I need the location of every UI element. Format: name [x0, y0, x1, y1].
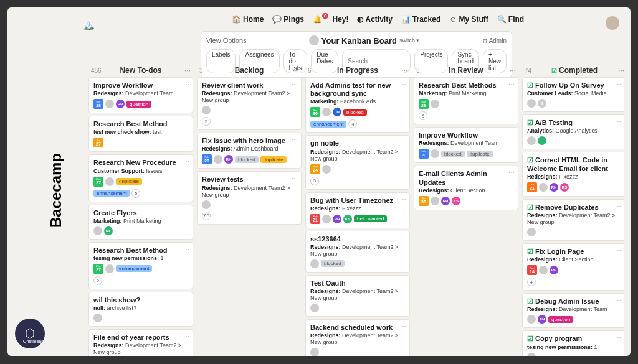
user-avatar[interactable] — [606, 16, 619, 30]
admin-link[interactable]: ⚙ Admin — [482, 37, 507, 44]
nav-home[interactable]: 🏠Home — [232, 15, 264, 24]
view-options[interactable]: View Options — [206, 37, 247, 44]
assignee-avatar[interactable] — [527, 228, 536, 236]
tag[interactable]: enhancement — [310, 121, 346, 128]
nav-mystuff[interactable]: ☺My Stuff — [449, 15, 488, 24]
assignee-avatar[interactable]: KS — [452, 197, 460, 205]
card[interactable]: ⋯☑ A/B TestingAnalytics: Google Analytic… — [522, 114, 624, 149]
card[interactable]: ⋯Create FlyersMarketing: Print Marketing… — [88, 205, 193, 240]
tag[interactable]: enhancement — [116, 265, 152, 272]
card-menu-icon[interactable]: ⋯ — [617, 81, 623, 88]
assignee-avatar[interactable]: RH — [441, 197, 450, 205]
card[interactable]: ⋯Backend scheduled workRedesigns: Develo… — [305, 319, 410, 356]
assignee-avatar[interactable] — [431, 149, 439, 158]
card[interactable]: ⋯Fix issue with hero imageRedesigns: Adm… — [197, 133, 302, 169]
assignee-avatar[interactable]: RH — [550, 183, 558, 192]
card[interactable]: ⋯wil this show?null: archive list? — [88, 292, 193, 327]
nav-hey[interactable]: 🔔8Hey! — [313, 15, 348, 24]
card-menu-icon[interactable]: ⋯ — [183, 158, 189, 165]
tag[interactable]: enhancement — [93, 190, 130, 197]
column-menu-icon[interactable]: ⋯ — [510, 67, 516, 74]
column-menu-icon[interactable]: ⋯ — [618, 67, 624, 74]
assignee-avatar[interactable]: RH — [333, 215, 341, 223]
column-menu-icon[interactable]: ⋯ — [401, 67, 407, 74]
card-menu-icon[interactable]: ⋯ — [508, 169, 515, 176]
assignee-avatar[interactable] — [431, 100, 439, 108]
card-menu-icon[interactable]: ⋯ — [400, 323, 406, 330]
card[interactable]: ⋯Research Best Methodtesing new permissi… — [88, 242, 193, 289]
assignee-avatar[interactable] — [93, 314, 102, 322]
card[interactable]: ⋯Review client workRedesigns: Developmen… — [197, 77, 302, 130]
card-menu-icon[interactable]: ⋯ — [617, 156, 623, 162]
card[interactable]: ⋯Bug with User TimezonezRedesigns: Fixez… — [305, 192, 410, 228]
nav-tracked[interactable]: 📊Tracked — [401, 15, 440, 24]
tag[interactable]: blocked — [441, 151, 465, 157]
card-menu-icon[interactable]: ⋯ — [617, 334, 623, 341]
card[interactable]: ⋯☑ Debug Admin IssueRedesigns: Developme… — [522, 293, 624, 328]
tag[interactable]: help wanted — [354, 215, 387, 222]
assignee-avatar[interactable]: RH — [550, 266, 558, 274]
assignee-avatar[interactable] — [527, 136, 536, 145]
tag[interactable]: blocked — [321, 260, 345, 267]
assignee-avatar[interactable] — [431, 197, 439, 205]
card[interactable]: ⋯☑ Correct HTML Code in Welcome Email fo… — [522, 152, 624, 196]
card-menu-icon[interactable]: ⋯ — [400, 196, 406, 203]
assignee-avatar[interactable]: RH — [224, 155, 233, 164]
assignee-avatar[interactable] — [538, 136, 546, 145]
assignee-avatar[interactable]: KS — [343, 215, 352, 223]
assignee-avatar[interactable]: JN — [333, 108, 341, 116]
card[interactable]: ⋯Research Best Methodtest new check show… — [88, 116, 193, 152]
nav-find[interactable]: 🔍Find — [497, 15, 524, 24]
card-menu-icon[interactable]: ⋯ — [508, 81, 515, 88]
tag[interactable]: blocked — [343, 109, 367, 116]
assignee-avatar[interactable]: KS — [560, 183, 569, 192]
tag[interactable]: duplicate — [467, 151, 493, 157]
card[interactable]: ⋯Improve WorkflowRedesigns: Development … — [414, 127, 518, 163]
card-menu-icon[interactable]: ⋯ — [400, 235, 406, 241]
card-menu-icon[interactable]: ⋯ — [292, 81, 298, 88]
assignee-avatar[interactable] — [310, 259, 319, 268]
card[interactable]: ⋯ss123664Redesigns: Development Team2 >N… — [305, 231, 410, 273]
card-menu-icon[interactable]: ⋯ — [617, 297, 623, 304]
assignee-avatar[interactable] — [310, 348, 319, 356]
card[interactable]: ⋯Test OauthRedesigns: Development Team2 … — [305, 275, 410, 317]
assignee-avatar[interactable] — [322, 165, 331, 174]
assignee-avatar[interactable] — [105, 264, 114, 273]
assignee-avatar[interactable] — [214, 155, 222, 164]
tag[interactable]: duplicate — [116, 178, 142, 185]
card-menu-icon[interactable]: ⋯ — [292, 175, 298, 182]
assignee-avatar[interactable] — [527, 353, 536, 357]
assignee-avatar[interactable] — [322, 215, 331, 223]
tag[interactable]: question — [126, 101, 151, 108]
assignee-avatar[interactable]: B — [538, 99, 546, 108]
assignee-avatar[interactable]: RH — [116, 100, 125, 108]
assignee-avatar[interactable] — [539, 183, 548, 192]
card-menu-icon[interactable]: ⋯ — [183, 246, 189, 253]
card-menu-icon[interactable]: ⋯ — [617, 203, 623, 210]
assignee-avatar[interactable]: RH — [538, 315, 546, 324]
card-menu-icon[interactable]: ⋯ — [617, 118, 623, 125]
card-menu-icon[interactable]: ⋯ — [183, 333, 189, 340]
card[interactable]: ⋯gn nobleRedesigns: Development Team2 >N… — [305, 135, 410, 189]
tag[interactable]: blocked — [235, 156, 259, 163]
assignee-avatar[interactable] — [539, 266, 548, 274]
card-menu-icon[interactable]: ⋯ — [617, 247, 623, 254]
card[interactable]: ⋯Research New ProcedureCustomer Support:… — [88, 154, 193, 202]
card[interactable]: ⋯Improve WorkflowRedesigns: Development … — [88, 77, 193, 113]
assignee-avatar[interactable] — [527, 99, 536, 108]
tag[interactable]: duplicate — [260, 156, 287, 163]
card[interactable]: ⋯File end of year reportsRedesigns: Deve… — [88, 329, 193, 356]
column-menu-icon[interactable]: ⋯ — [293, 67, 299, 74]
assignee-avatar[interactable] — [310, 304, 319, 312]
assignee-avatar[interactable] — [93, 226, 102, 235]
nav-activity[interactable]: ◐Activity — [357, 15, 392, 24]
assignee-avatar[interactable] — [105, 100, 114, 108]
assignee-avatar[interactable] — [202, 106, 211, 114]
assignee-avatar[interactable] — [202, 200, 211, 209]
nav-pings[interactable]: 💬Pings — [272, 15, 304, 24]
card[interactable]: ⋯☑ Remove DuplicatesRedesigns: Developme… — [522, 199, 624, 241]
card[interactable]: ⋯☑ Follow Up On SurveyCustomer Leads: So… — [522, 77, 624, 112]
assignee-avatar[interactable] — [105, 177, 114, 186]
card-menu-icon[interactable]: ⋯ — [183, 119, 189, 126]
card-menu-icon[interactable]: ⋯ — [292, 136, 298, 143]
